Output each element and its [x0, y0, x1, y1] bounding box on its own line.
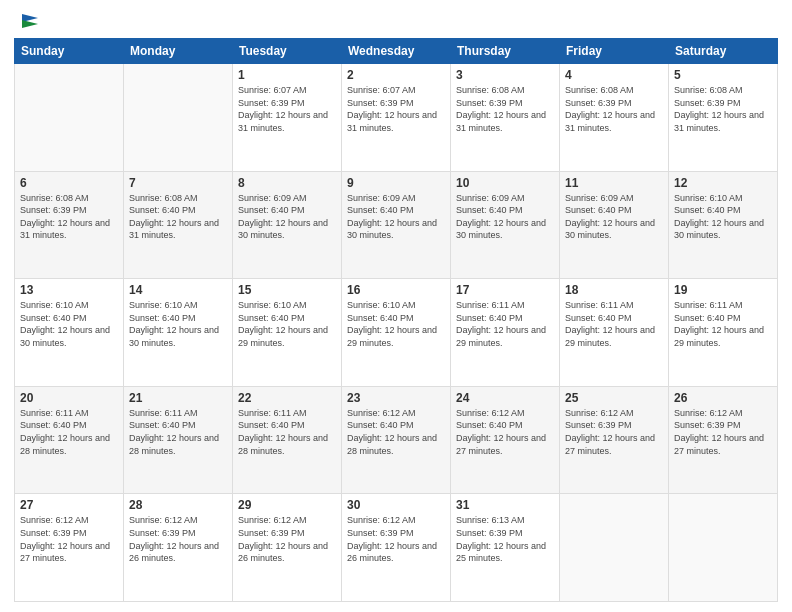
week-row-0: 1Sunrise: 6:07 AM Sunset: 6:39 PM Daylig… [15, 64, 778, 172]
day-info: Sunrise: 6:12 AM Sunset: 6:39 PM Dayligh… [129, 514, 227, 564]
day-info: Sunrise: 6:12 AM Sunset: 6:40 PM Dayligh… [456, 407, 554, 457]
day-number: 23 [347, 391, 445, 405]
calendar-cell: 28Sunrise: 6:12 AM Sunset: 6:39 PM Dayli… [124, 494, 233, 602]
day-number: 13 [20, 283, 118, 297]
day-number: 5 [674, 68, 772, 82]
calendar-cell: 7Sunrise: 6:08 AM Sunset: 6:40 PM Daylig… [124, 171, 233, 279]
calendar-cell: 31Sunrise: 6:13 AM Sunset: 6:39 PM Dayli… [451, 494, 560, 602]
day-number: 18 [565, 283, 663, 297]
week-row-4: 27Sunrise: 6:12 AM Sunset: 6:39 PM Dayli… [15, 494, 778, 602]
calendar-cell: 12Sunrise: 6:10 AM Sunset: 6:40 PM Dayli… [669, 171, 778, 279]
week-row-1: 6Sunrise: 6:08 AM Sunset: 6:39 PM Daylig… [15, 171, 778, 279]
day-info: Sunrise: 6:10 AM Sunset: 6:40 PM Dayligh… [20, 299, 118, 349]
day-info: Sunrise: 6:12 AM Sunset: 6:39 PM Dayligh… [347, 514, 445, 564]
page: SundayMondayTuesdayWednesdayThursdayFrid… [0, 0, 792, 612]
day-number: 25 [565, 391, 663, 405]
day-number: 24 [456, 391, 554, 405]
day-info: Sunrise: 6:09 AM Sunset: 6:40 PM Dayligh… [456, 192, 554, 242]
header [14, 10, 778, 32]
day-info: Sunrise: 6:13 AM Sunset: 6:39 PM Dayligh… [456, 514, 554, 564]
day-number: 8 [238, 176, 336, 190]
day-info: Sunrise: 6:12 AM Sunset: 6:40 PM Dayligh… [347, 407, 445, 457]
calendar-cell: 18Sunrise: 6:11 AM Sunset: 6:40 PM Dayli… [560, 279, 669, 387]
header-row: SundayMondayTuesdayWednesdayThursdayFrid… [15, 39, 778, 64]
calendar-cell: 2Sunrise: 6:07 AM Sunset: 6:39 PM Daylig… [342, 64, 451, 172]
day-number: 20 [20, 391, 118, 405]
calendar-cell: 27Sunrise: 6:12 AM Sunset: 6:39 PM Dayli… [15, 494, 124, 602]
header-day-friday: Friday [560, 39, 669, 64]
day-number: 4 [565, 68, 663, 82]
calendar-cell: 16Sunrise: 6:10 AM Sunset: 6:40 PM Dayli… [342, 279, 451, 387]
day-info: Sunrise: 6:11 AM Sunset: 6:40 PM Dayligh… [129, 407, 227, 457]
day-number: 1 [238, 68, 336, 82]
day-info: Sunrise: 6:10 AM Sunset: 6:40 PM Dayligh… [238, 299, 336, 349]
header-day-saturday: Saturday [669, 39, 778, 64]
day-info: Sunrise: 6:08 AM Sunset: 6:39 PM Dayligh… [565, 84, 663, 134]
calendar-cell: 4Sunrise: 6:08 AM Sunset: 6:39 PM Daylig… [560, 64, 669, 172]
calendar-cell: 17Sunrise: 6:11 AM Sunset: 6:40 PM Dayli… [451, 279, 560, 387]
day-info: Sunrise: 6:08 AM Sunset: 6:39 PM Dayligh… [20, 192, 118, 242]
day-number: 15 [238, 283, 336, 297]
calendar-cell: 1Sunrise: 6:07 AM Sunset: 6:39 PM Daylig… [233, 64, 342, 172]
calendar-cell: 23Sunrise: 6:12 AM Sunset: 6:40 PM Dayli… [342, 386, 451, 494]
day-info: Sunrise: 6:09 AM Sunset: 6:40 PM Dayligh… [238, 192, 336, 242]
calendar-cell: 3Sunrise: 6:08 AM Sunset: 6:39 PM Daylig… [451, 64, 560, 172]
calendar-header: SundayMondayTuesdayWednesdayThursdayFrid… [15, 39, 778, 64]
calendar-cell: 9Sunrise: 6:09 AM Sunset: 6:40 PM Daylig… [342, 171, 451, 279]
day-info: Sunrise: 6:11 AM Sunset: 6:40 PM Dayligh… [238, 407, 336, 457]
calendar-cell [669, 494, 778, 602]
day-info: Sunrise: 6:10 AM Sunset: 6:40 PM Dayligh… [674, 192, 772, 242]
day-info: Sunrise: 6:12 AM Sunset: 6:39 PM Dayligh… [565, 407, 663, 457]
day-number: 10 [456, 176, 554, 190]
day-info: Sunrise: 6:09 AM Sunset: 6:40 PM Dayligh… [347, 192, 445, 242]
calendar-cell: 26Sunrise: 6:12 AM Sunset: 6:39 PM Dayli… [669, 386, 778, 494]
logo [14, 10, 40, 32]
logo-flag-icon [18, 10, 40, 32]
calendar-cell: 25Sunrise: 6:12 AM Sunset: 6:39 PM Dayli… [560, 386, 669, 494]
header-day-thursday: Thursday [451, 39, 560, 64]
calendar-table: SundayMondayTuesdayWednesdayThursdayFrid… [14, 38, 778, 602]
calendar-cell: 29Sunrise: 6:12 AM Sunset: 6:39 PM Dayli… [233, 494, 342, 602]
day-info: Sunrise: 6:12 AM Sunset: 6:39 PM Dayligh… [20, 514, 118, 564]
day-info: Sunrise: 6:08 AM Sunset: 6:40 PM Dayligh… [129, 192, 227, 242]
day-number: 21 [129, 391, 227, 405]
header-day-wednesday: Wednesday [342, 39, 451, 64]
day-number: 9 [347, 176, 445, 190]
day-info: Sunrise: 6:12 AM Sunset: 6:39 PM Dayligh… [238, 514, 336, 564]
day-number: 11 [565, 176, 663, 190]
day-info: Sunrise: 6:08 AM Sunset: 6:39 PM Dayligh… [456, 84, 554, 134]
day-number: 22 [238, 391, 336, 405]
day-info: Sunrise: 6:09 AM Sunset: 6:40 PM Dayligh… [565, 192, 663, 242]
calendar-cell: 24Sunrise: 6:12 AM Sunset: 6:40 PM Dayli… [451, 386, 560, 494]
day-number: 14 [129, 283, 227, 297]
day-info: Sunrise: 6:10 AM Sunset: 6:40 PM Dayligh… [347, 299, 445, 349]
calendar-cell [15, 64, 124, 172]
day-info: Sunrise: 6:07 AM Sunset: 6:39 PM Dayligh… [238, 84, 336, 134]
day-info: Sunrise: 6:10 AM Sunset: 6:40 PM Dayligh… [129, 299, 227, 349]
day-number: 31 [456, 498, 554, 512]
day-number: 7 [129, 176, 227, 190]
day-number: 27 [20, 498, 118, 512]
calendar-cell: 11Sunrise: 6:09 AM Sunset: 6:40 PM Dayli… [560, 171, 669, 279]
day-number: 29 [238, 498, 336, 512]
day-info: Sunrise: 6:11 AM Sunset: 6:40 PM Dayligh… [674, 299, 772, 349]
day-info: Sunrise: 6:07 AM Sunset: 6:39 PM Dayligh… [347, 84, 445, 134]
day-number: 28 [129, 498, 227, 512]
header-day-tuesday: Tuesday [233, 39, 342, 64]
day-info: Sunrise: 6:12 AM Sunset: 6:39 PM Dayligh… [674, 407, 772, 457]
day-number: 16 [347, 283, 445, 297]
calendar-cell [124, 64, 233, 172]
calendar-cell: 13Sunrise: 6:10 AM Sunset: 6:40 PM Dayli… [15, 279, 124, 387]
calendar-cell: 30Sunrise: 6:12 AM Sunset: 6:39 PM Dayli… [342, 494, 451, 602]
calendar-cell: 21Sunrise: 6:11 AM Sunset: 6:40 PM Dayli… [124, 386, 233, 494]
day-number: 30 [347, 498, 445, 512]
calendar-cell: 22Sunrise: 6:11 AM Sunset: 6:40 PM Dayli… [233, 386, 342, 494]
calendar-cell: 8Sunrise: 6:09 AM Sunset: 6:40 PM Daylig… [233, 171, 342, 279]
day-info: Sunrise: 6:08 AM Sunset: 6:39 PM Dayligh… [674, 84, 772, 134]
calendar-cell: 6Sunrise: 6:08 AM Sunset: 6:39 PM Daylig… [15, 171, 124, 279]
week-row-3: 20Sunrise: 6:11 AM Sunset: 6:40 PM Dayli… [15, 386, 778, 494]
week-row-2: 13Sunrise: 6:10 AM Sunset: 6:40 PM Dayli… [15, 279, 778, 387]
day-number: 6 [20, 176, 118, 190]
day-number: 12 [674, 176, 772, 190]
calendar-cell: 5Sunrise: 6:08 AM Sunset: 6:39 PM Daylig… [669, 64, 778, 172]
